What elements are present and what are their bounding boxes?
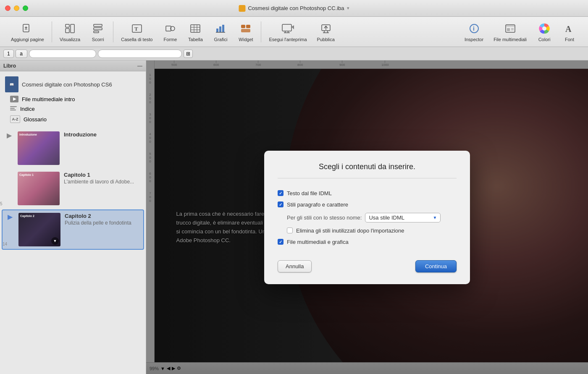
table-button[interactable]: Tabella [184, 19, 207, 44]
chapter-thumb-1: Capitolo 1 [18, 172, 60, 205]
section-dropdown[interactable]: a [16, 50, 27, 58]
sub-option-row: Per gli stili con lo stesso nome: Usa st… [278, 213, 457, 222]
continue-button[interactable]: Continua [415, 260, 457, 272]
publish-icon [319, 22, 333, 35]
svg-rect-7 [94, 24, 102, 26]
index-icon [10, 106, 17, 112]
sidebar-media-item[interactable]: File multimediale intro [0, 94, 146, 104]
page-number-input[interactable]: 1 [3, 50, 14, 58]
charts-icon [214, 22, 227, 35]
cancel-button[interactable]: Annulla [278, 260, 312, 272]
svg-rect-4 [66, 24, 69, 27]
option2-label: Stili paragrafo e carattere [287, 201, 348, 208]
toolbar-sep-2 [113, 21, 113, 42]
toolbar: Aggiungi pagine Visualizza Scorri [0, 17, 588, 47]
toolbar-sep-3 [261, 21, 261, 42]
svg-rect-39 [506, 25, 515, 27]
sidebar-glossary-item[interactable]: A-Z Glossario [0, 114, 146, 125]
svg-rect-26 [282, 24, 291, 31]
option1-checkbox[interactable]: ✓ [278, 190, 284, 196]
svg-rect-25 [241, 29, 250, 32]
chapter-item-intro[interactable]: ▶ Introduzione Introduzione [0, 128, 146, 168]
sidebar-book-item[interactable]: 📖 Cosmesi digitale con Photoshop CS6 [0, 75, 146, 94]
titlebar: Cosmesi digitale con Photoshop CC.iba ▾ [0, 0, 588, 17]
preview-button[interactable]: Esegui l'anteprima [265, 19, 311, 44]
option2-row: ✓ Stili paragrafo e carattere [278, 201, 457, 208]
main-layout: Libro — 📖 Cosmesi digitale con Photoshop… [0, 60, 588, 374]
chapter-thumb-2: Capitolo 2 ▼ [18, 213, 60, 246]
svg-text:A: A [565, 24, 572, 34]
window-title: Cosmesi digitale con Photoshop CC.iba ▾ [239, 5, 349, 12]
colors-button[interactable]: Colori [533, 19, 556, 44]
view-icon [63, 22, 77, 35]
search-input-1[interactable] [29, 50, 96, 58]
svg-rect-12 [166, 26, 171, 31]
svg-rect-6 [71, 24, 74, 33]
sidebar-index-item[interactable]: Indice [0, 104, 146, 114]
svg-marker-30 [291, 25, 294, 29]
modal-dialog: Scegli i contenuti da inserire. ✓ Testo … [264, 151, 470, 284]
option4-checkbox[interactable]: ✓ [278, 239, 284, 245]
media-icon [504, 22, 517, 35]
option1-label: Testo dal file IDML [287, 190, 332, 196]
style-dropdown[interactable]: Usa stile IDML ▼ [365, 213, 441, 222]
dropdown-arrow-icon: ▼ [433, 215, 437, 220]
sidebar: Libro — 📖 Cosmesi digitale con Photoshop… [0, 60, 146, 374]
text-box-button[interactable]: T Casella di testo [117, 19, 157, 44]
modal-buttons: Annulla Continua [278, 260, 457, 272]
option4-row: ✓ File multimediali e grafica [278, 239, 457, 245]
traffic-lights [5, 5, 28, 11]
add-pages-button[interactable]: Aggiungi pagine [7, 19, 48, 44]
minimize-button[interactable] [14, 5, 19, 11]
scroll-icon [91, 22, 105, 35]
add-pages-icon [21, 22, 34, 35]
svg-rect-8 [94, 28, 102, 30]
svg-rect-20 [219, 26, 221, 32]
svg-rect-40 [507, 28, 510, 31]
chapter-thumb-intro: Introduzione [18, 131, 60, 165]
sub-option-label: Per gli stili con lo stesso nome: [287, 214, 362, 221]
svg-rect-9 [94, 31, 99, 33]
search-input-2[interactable] [98, 50, 182, 58]
font-icon: A [563, 22, 576, 35]
option3-checkbox[interactable] [287, 228, 293, 233]
modal-options: ✓ Testo dal file IDML ✓ Stili paragrafo … [278, 187, 457, 248]
shapes-button[interactable]: Forme [158, 19, 182, 44]
sidebar-content: 📖 Cosmesi digitale con Photoshop CS6 Fil… [0, 71, 146, 374]
svg-rect-5 [66, 29, 69, 33]
widget-button[interactable]: Widget [234, 19, 257, 44]
charts-button[interactable]: Grafici [209, 19, 232, 44]
view-button[interactable]: Visualizza [55, 19, 84, 44]
media-intro-icon [10, 96, 18, 102]
font-button[interactable]: A Font [558, 19, 581, 44]
close-button[interactable] [5, 5, 10, 11]
colors-icon [538, 22, 551, 35]
option1-row: ✓ Testo dal file IDML [278, 190, 457, 196]
chapter-text-1: Capitolo 1 L'ambiente di lavoro di Adobe… [64, 172, 141, 185]
option3-label: Elimina gli stili inutilizzati dopo l'im… [296, 228, 404, 234]
modal-title: Scegli i contenuti da inserire. [278, 162, 457, 178]
svg-text:T: T [134, 26, 138, 32]
svg-rect-19 [216, 29, 218, 32]
view-toggle[interactable]: ⊞ [184, 50, 193, 58]
text-box-icon: T [130, 22, 144, 35]
app-icon [239, 5, 245, 12]
option2-checkbox[interactable]: ✓ [278, 201, 284, 207]
option4-label: File multimediali e grafica [287, 239, 349, 245]
maximize-button[interactable] [23, 5, 28, 11]
media-button[interactable]: File multimediali [489, 19, 531, 44]
publish-button[interactable]: Pubblica [313, 19, 339, 44]
svg-rect-21 [222, 25, 224, 32]
chapter-text-intro: Introduzione [64, 131, 141, 138]
inspector-button[interactable]: i Inspector [460, 19, 488, 44]
inspector-icon: i [467, 22, 481, 35]
toolbar-sep-1 [52, 21, 52, 42]
option3-row: Elimina gli stili inutilizzati dopo l'im… [278, 228, 457, 234]
widget-icon [239, 22, 252, 35]
scroll-button[interactable]: Scorri [86, 19, 110, 44]
glossary-icon: A-Z [10, 115, 20, 123]
chapter-item-2[interactable]: ▶ Capitolo 2 ▼ Capitolo 2 Pulizia della … [2, 209, 144, 250]
sidebar-header: Libro — [0, 60, 146, 71]
chapter-item-1[interactable]: Capitolo 1 Capitolo 1 L'ambiente di lavo… [0, 168, 146, 209]
preview-icon [281, 22, 295, 35]
